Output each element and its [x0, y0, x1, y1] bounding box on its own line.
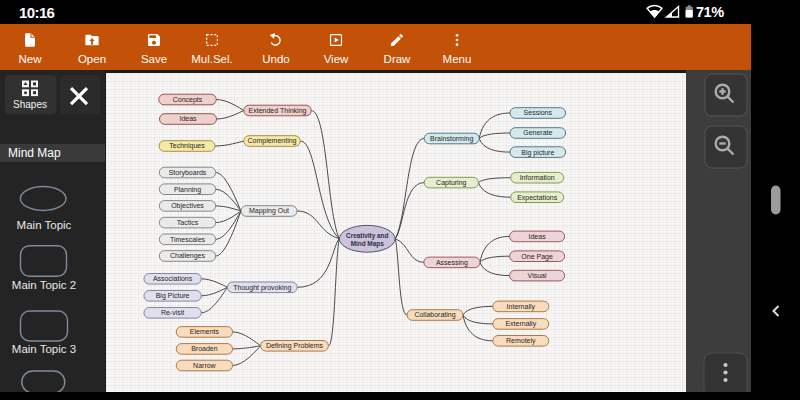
svg-text:Information: Information: [520, 174, 555, 181]
svg-text:Capturing: Capturing: [436, 179, 466, 187]
svg-text:Expectations: Expectations: [517, 194, 558, 202]
svg-text:Ideas: Ideas: [529, 233, 547, 240]
svg-text:Shapes: Shapes: [13, 99, 47, 110]
svg-text:Big Picture: Big Picture: [156, 292, 190, 300]
svg-text:Main Topic 2: Main Topic 2: [12, 279, 76, 291]
svg-text:Objectives: Objectives: [171, 202, 204, 210]
svg-text:Mapping Out: Mapping Out: [249, 207, 289, 215]
svg-text:Ideas: Ideas: [179, 115, 197, 122]
svg-text:Defining Problems: Defining Problems: [266, 342, 324, 350]
svg-text:Internally: Internally: [507, 303, 536, 311]
svg-text:Associations: Associations: [153, 275, 193, 282]
svg-text:Big picture: Big picture: [521, 149, 554, 157]
svg-text:Extended Thinking: Extended Thinking: [249, 107, 307, 115]
svg-text:Re-visit: Re-visit: [161, 309, 184, 316]
svg-text:Narrow: Narrow: [193, 362, 217, 369]
svg-text:Generate: Generate: [523, 129, 552, 136]
svg-text:Sessions: Sessions: [524, 109, 553, 116]
svg-text:Brainstorming: Brainstorming: [430, 135, 473, 143]
svg-text:Mind Maps: Mind Maps: [351, 240, 384, 248]
svg-text:Main Topic: Main Topic: [17, 219, 72, 231]
svg-text:Concepts: Concepts: [173, 96, 203, 104]
svg-text:Thought provoking: Thought provoking: [233, 284, 291, 292]
svg-text:Elements: Elements: [190, 328, 220, 335]
svg-text:Techniques: Techniques: [169, 142, 205, 150]
svg-text:Visual: Visual: [528, 272, 547, 279]
svg-text:Planning: Planning: [174, 186, 201, 194]
svg-text:Collaborating: Collaborating: [414, 311, 455, 319]
svg-text:One Page: One Page: [521, 253, 553, 261]
svg-text:Complementing: Complementing: [247, 137, 296, 145]
svg-text:Tactics: Tactics: [177, 219, 199, 226]
svg-text:Externally: Externally: [505, 320, 536, 328]
svg-text:Creativity and: Creativity and: [346, 232, 388, 240]
svg-text:Main Topic 3: Main Topic 3: [12, 343, 76, 355]
svg-text:Broaden: Broaden: [191, 345, 218, 352]
svg-text:Remotely: Remotely: [506, 337, 536, 345]
svg-text:Challenges: Challenges: [170, 252, 206, 260]
svg-text:Assessing: Assessing: [436, 259, 468, 267]
svg-text:Timescales: Timescales: [170, 236, 206, 243]
svg-text:Storyboards: Storyboards: [169, 169, 207, 177]
svg-text:Mind Map: Mind Map: [8, 146, 61, 160]
